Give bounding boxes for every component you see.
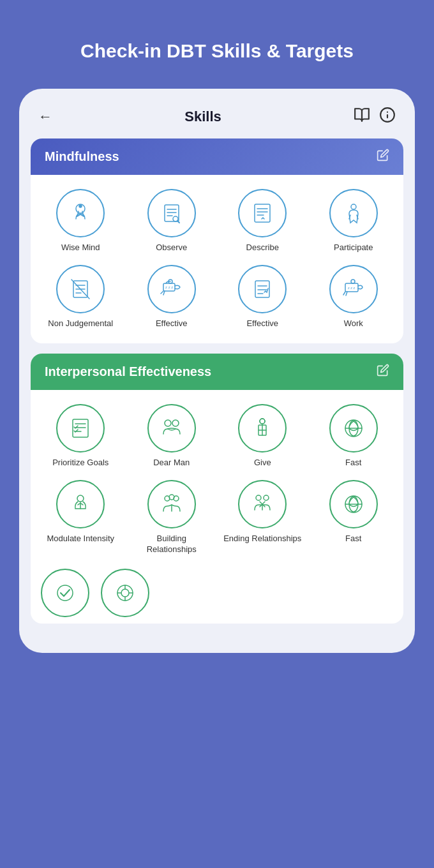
skill-effective-2[interactable]: Effective xyxy=(223,265,303,329)
skill-dear-man[interactable]: Dear Man xyxy=(132,404,212,468)
skill-partial-2[interactable] xyxy=(101,569,149,617)
svg-point-50 xyxy=(256,495,261,500)
info-icon[interactable] xyxy=(379,107,396,127)
svg-line-10 xyxy=(177,221,179,223)
fast-1-circle xyxy=(329,404,378,453)
observe-label: Observe xyxy=(156,243,187,253)
building-relationships-circle xyxy=(147,480,196,528)
svg-point-60 xyxy=(121,589,129,597)
work-circle: z z z xyxy=(329,265,378,313)
interpersonal-edit-icon[interactable] xyxy=(377,364,389,380)
non-judgemental-label: Non Judgemental xyxy=(48,318,113,329)
svg-point-35 xyxy=(172,420,179,426)
give-circle xyxy=(238,404,287,453)
skill-ending-relationships[interactable]: Ending Relationships xyxy=(223,480,303,555)
svg-point-34 xyxy=(165,420,171,426)
mindfulness-section: Mindfulness Wise Mind xyxy=(31,138,403,343)
effective-1-circle: z z z xyxy=(147,265,196,313)
app-header: ← Skills xyxy=(19,89,415,138)
skill-participate[interactable]: Participate xyxy=(314,189,394,253)
interpersonal-grid: Prioritize Goals Dear Man xyxy=(31,390,403,569)
svg-point-4 xyxy=(79,205,82,207)
skill-describe[interactable]: Describe xyxy=(223,189,303,253)
wise-mind-circle xyxy=(56,189,105,237)
mindfulness-title: Mindfulness xyxy=(45,149,119,164)
header-icons xyxy=(354,107,396,127)
dear-man-circle xyxy=(147,404,196,453)
svg-point-44 xyxy=(77,495,84,502)
modulate-intensity-circle xyxy=(56,480,105,528)
interpersonal-section: Interpersonal Effectiveness xyxy=(31,354,403,624)
skill-effective-1[interactable]: z z z Effective xyxy=(132,265,212,329)
back-button[interactable]: ← xyxy=(38,108,52,125)
book-icon[interactable] xyxy=(354,107,370,127)
ending-relationships-label: Ending Relationships xyxy=(223,534,301,544)
skill-fast-2[interactable]: Fast xyxy=(314,480,394,555)
skill-wise-mind[interactable]: Wise Mind xyxy=(41,189,121,253)
phone-card: ← Skills Mindfulness xyxy=(19,89,415,653)
svg-point-37 xyxy=(260,419,265,424)
partial-1-circle xyxy=(41,569,89,617)
interpersonal-title: Interpersonal Effectiveness xyxy=(45,364,211,379)
effective-1-label: Effective xyxy=(156,318,188,329)
skill-prioritize-goals[interactable]: Prioritize Goals xyxy=(41,404,121,468)
skill-partial-1[interactable] xyxy=(41,569,89,617)
describe-circle xyxy=(238,189,287,237)
observe-circle xyxy=(147,189,196,237)
svg-rect-5 xyxy=(165,205,179,221)
describe-label: Describe xyxy=(246,243,279,253)
give-label: Give xyxy=(254,458,271,468)
skill-give[interactable]: Give xyxy=(223,404,303,468)
skill-fast-1[interactable]: Fast xyxy=(314,404,394,468)
svg-rect-11 xyxy=(255,204,270,222)
fast-2-circle xyxy=(329,480,378,528)
svg-point-51 xyxy=(264,495,269,500)
mindfulness-grid: Wise Mind Observe xyxy=(31,175,403,343)
dear-man-label: Dear Man xyxy=(153,458,190,468)
screen-title: Skills xyxy=(184,108,221,125)
prioritize-goals-circle xyxy=(56,404,105,453)
skill-non-judgemental[interactable]: Non Judgemental xyxy=(41,265,121,329)
wise-mind-label: Wise Mind xyxy=(61,243,100,253)
participate-label: Participate xyxy=(334,243,373,253)
skill-building-relationships[interactable]: Building Relationships xyxy=(132,480,212,555)
prioritize-goals-label: Prioritize Goals xyxy=(52,458,108,468)
svg-text:z z z: z z z xyxy=(165,285,173,289)
partial-2-circle xyxy=(101,569,149,617)
building-relationships-label: Building Relationships xyxy=(132,534,212,555)
mindfulness-header: Mindfulness xyxy=(31,138,403,175)
svg-point-28 xyxy=(351,280,355,283)
svg-point-58 xyxy=(57,585,73,601)
non-judgemental-circle xyxy=(56,265,105,313)
ending-relationships-circle xyxy=(238,480,287,528)
fast-1-label: Fast xyxy=(345,458,361,468)
participate-circle xyxy=(329,189,378,237)
effective-2-label: Effective xyxy=(246,318,278,329)
work-label: Work xyxy=(344,318,363,329)
modulate-intensity-label: Modulate Intensity xyxy=(47,534,114,544)
page-title: Check-in DBT Skills & Targets xyxy=(55,0,379,89)
skill-observe[interactable]: Observe xyxy=(132,189,212,253)
effective-2-circle xyxy=(238,265,287,313)
svg-rect-23 xyxy=(255,281,269,297)
interpersonal-header: Interpersonal Effectiveness xyxy=(31,354,403,390)
svg-point-15 xyxy=(351,204,356,209)
skill-modulate-intensity[interactable]: Modulate Intensity xyxy=(41,480,121,555)
fast-2-label: Fast xyxy=(345,534,361,544)
mindfulness-edit-icon[interactable] xyxy=(377,149,389,165)
skill-work[interactable]: z z z Work xyxy=(314,265,394,329)
svg-text:z z z: z z z xyxy=(348,286,355,290)
